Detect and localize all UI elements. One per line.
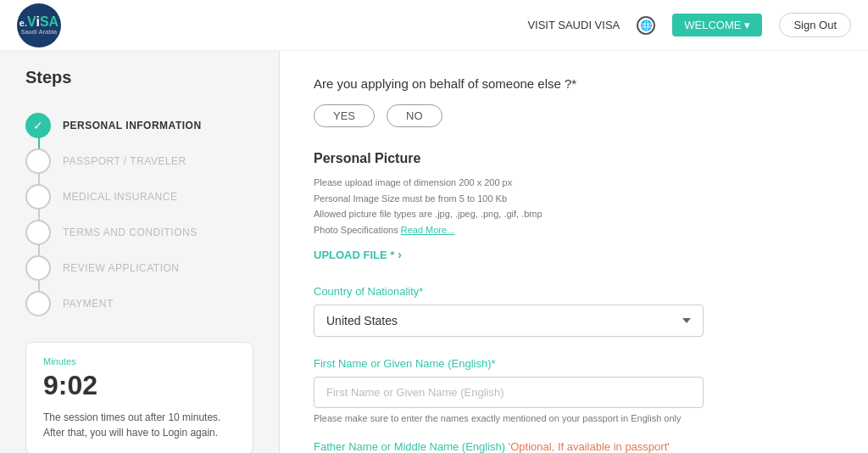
no-button[interactable]: NO <box>387 104 442 127</box>
step-circle-payment <box>25 291 51 316</box>
timer-note: The session times out after 10 minutes. … <box>43 410 236 440</box>
step-label-terms: TERMS AND CONDITIONS <box>63 215 198 250</box>
timer-value: 9:02 <box>43 370 236 401</box>
first-name-note: Please make sure to enter the names exac… <box>314 413 834 423</box>
header: e.ViSA Saudi Arabia VISIT SAUDI VISA 🌐 W… <box>0 0 868 51</box>
chevron-down-icon: ▾ <box>744 19 750 31</box>
globe-icon[interactable]: 🌐 <box>637 16 655 35</box>
step-list: ✓ PERSONAL INFORMATION PASSPORT / TRAVEL… <box>25 108 253 322</box>
step-label-passport: PASSPORT / TRAVELER <box>63 143 186 179</box>
steps-title: Steps <box>25 68 253 87</box>
step-label-medical: MEDICAL INSURANCE <box>63 179 177 215</box>
behalf-question: Are you applying on behalf of someone el… <box>314 76 834 91</box>
sidebar: Steps ✓ PERSONAL INFORMATION PASSPORT / … <box>0 51 280 453</box>
content-area: Are you applying on behalf of someone el… <box>280 51 868 453</box>
logo: e.ViSA Saudi Arabia <box>17 3 61 48</box>
country-select[interactable]: United States Saudi Arabia United Kingdo… <box>314 305 704 337</box>
personal-picture-title: Personal Picture <box>314 151 834 166</box>
timer-card: Minutes 9:02 The session times out after… <box>25 342 253 453</box>
step-circle-medical <box>25 184 51 210</box>
step-circle-review <box>25 255 51 281</box>
sidebar-item-personal[interactable]: ✓ PERSONAL INFORMATION <box>25 108 253 143</box>
step-circle-personal: ✓ <box>25 113 51 138</box>
sidebar-item-medical[interactable]: MEDICAL INSURANCE <box>25 179 253 215</box>
sidebar-item-passport[interactable]: PASSPORT / TRAVELER <box>25 143 253 179</box>
arrow-icon: › <box>398 248 402 261</box>
yes-button[interactable]: YES <box>314 104 375 127</box>
upload-info: Please upload image of dimension 200 x 2… <box>314 175 834 238</box>
optional-label: 'Optional, If available in passport' <box>509 440 670 453</box>
signout-button[interactable]: Sign Out <box>779 13 851 37</box>
welcome-button[interactable]: WELCOME ▾ <box>672 14 762 36</box>
country-label: Country of Nationality* <box>314 285 834 298</box>
step-circle-passport <box>25 148 51 174</box>
step-label-personal: PERSONAL INFORMATION <box>63 108 202 143</box>
step-label-payment: PAYMENT <box>63 286 114 322</box>
visit-saudi-link[interactable]: VISIT SAUDI VISA <box>527 19 620 31</box>
father-name-label: Father Name or Middle Name (English) 'Op… <box>314 440 834 453</box>
timer-label: Minutes <box>43 356 236 366</box>
behalf-radio-group: YES NO <box>314 104 834 127</box>
logo-circle: e.ViSA Saudi Arabia <box>17 3 61 48</box>
step-label-review: REVIEW APPLICATION <box>63 250 179 286</box>
read-more-link[interactable]: Read More... <box>401 225 455 235</box>
upload-file-link[interactable]: UPLOAD FILE * › <box>314 248 402 261</box>
main-layout: Steps ✓ PERSONAL INFORMATION PASSPORT / … <box>0 51 868 453</box>
step-circle-terms <box>25 220 51 245</box>
first-name-label: First Name or Given Name (English)* <box>314 357 834 370</box>
checkmark-icon: ✓ <box>33 119 43 132</box>
sidebar-item-terms[interactable]: TERMS AND CONDITIONS <box>25 215 253 250</box>
first-name-input[interactable] <box>314 377 704 408</box>
sidebar-item-payment[interactable]: PAYMENT <box>25 286 253 322</box>
sidebar-item-review[interactable]: REVIEW APPLICATION <box>25 250 253 286</box>
